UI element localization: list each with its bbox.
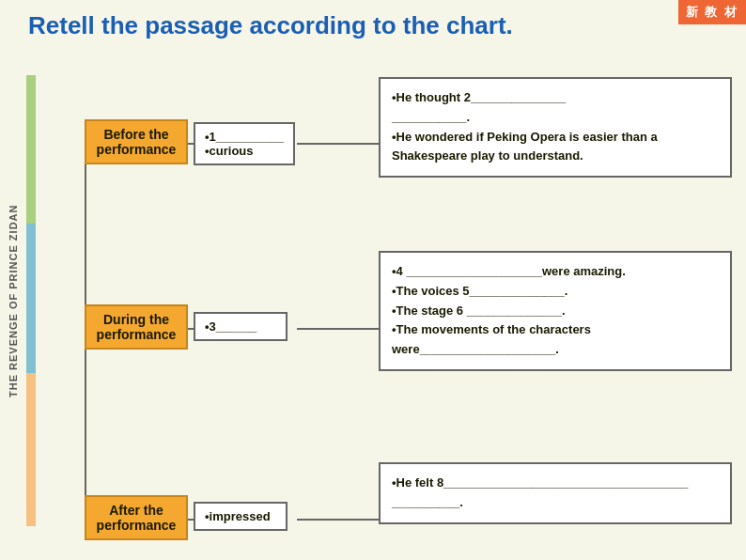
detail-after-item1: •impressed: [205, 509, 276, 523]
phase-label-after-line1: After the: [94, 503, 179, 518]
spine-segment-2: [85, 329, 86, 517]
content-box-before: •He thought 2______________ ___________.…: [379, 77, 732, 178]
h3-connector-mid: [297, 328, 381, 330]
phase-label-before-line1: Before the: [94, 127, 179, 142]
detail-box-after: •impressed: [194, 502, 288, 531]
phase-label-after-line2: performance: [94, 518, 179, 533]
h3-connector-top: [297, 143, 381, 145]
content-before-line1: •He thought 2______________: [392, 88, 719, 108]
detail-box-during: •3______: [194, 312, 288, 341]
detail-before-item2: •curious: [205, 144, 284, 158]
content-after-line2: __________.: [392, 493, 719, 513]
content-during-line1: •4 ____________________were amazing.: [392, 262, 719, 282]
detail-box-before: •1__________ •curious: [194, 122, 295, 165]
content-before-line3: •He wondered if Peking Opera is easier t…: [392, 128, 719, 167]
content-during-line2: •The voices 5______________.: [392, 282, 719, 302]
content-box-during: •4 ____________________were amazing. •Th…: [379, 251, 732, 371]
phase-box-before: Before the performance: [85, 119, 188, 164]
left-color-bar: [26, 75, 36, 526]
detail-before-item1: •1__________: [205, 130, 284, 144]
content-before-line2: ___________.: [392, 108, 719, 128]
page-title: Retell the passage according to the char…: [28, 11, 671, 40]
phase-box-after: After the performance: [85, 495, 188, 540]
content-during-line4: •The movements of the characters were___…: [392, 320, 719, 360]
content-box-after: •He felt 8______________________________…: [379, 462, 732, 524]
corner-badge: 新 教 材: [678, 0, 746, 24]
h3-connector-bot: [297, 519, 381, 521]
content-after-line1: •He felt 8______________________________…: [392, 474, 719, 493]
spine-segment-1: [85, 145, 86, 306]
phase-label-before-line2: performance: [94, 142, 179, 157]
phase-label-during-line1: During the: [94, 312, 179, 327]
chart-area: Before the performance •1__________ •cur…: [36, 68, 737, 552]
phase-label-during-line2: performance: [94, 327, 179, 342]
phase-box-during: During the performance: [85, 304, 188, 350]
sidebar-text: THE REVENGE OF PRINCE ZIDAN: [0, 75, 26, 526]
content-during-line3: •The stage 6 ______________.: [392, 302, 719, 321]
detail-during-item1: •3______: [205, 319, 276, 334]
